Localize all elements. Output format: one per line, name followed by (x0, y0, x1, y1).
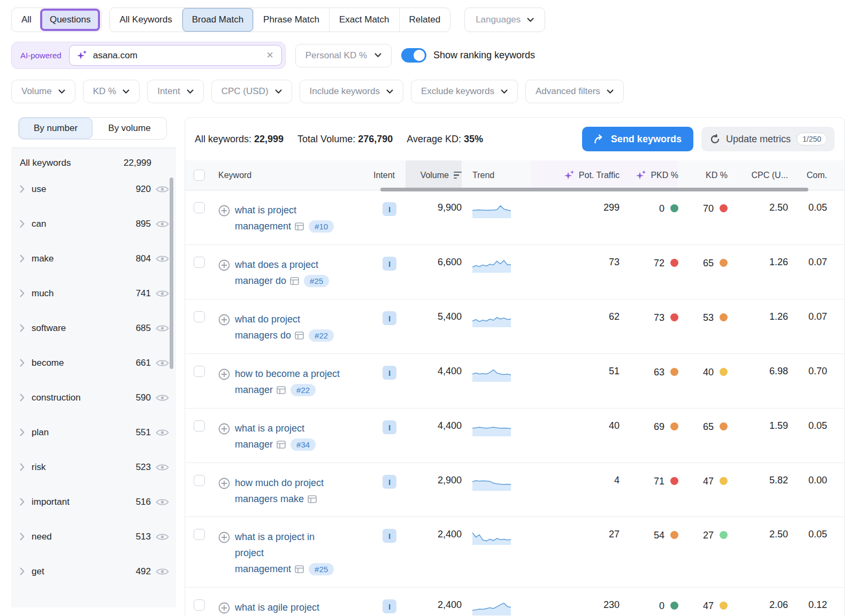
serp-features-icon[interactable] (295, 565, 304, 573)
chevron-right-icon[interactable] (20, 324, 25, 332)
keyword-group-row[interactable]: software 685 (11, 311, 176, 345)
trend-sparkline[interactable] (472, 420, 511, 436)
intent-badge[interactable]: I (383, 475, 396, 489)
col-trend[interactable]: Trend (462, 160, 531, 190)
eye-icon[interactable] (156, 533, 169, 541)
intent-badge[interactable]: I (383, 202, 396, 216)
intent-badge[interactable]: I (383, 420, 396, 434)
personal-kd-dropdown[interactable]: Personal KD % (295, 44, 392, 67)
filter-dropdown[interactable]: KD % (83, 80, 140, 103)
keyword-group-row[interactable]: risk 523 (11, 450, 176, 484)
row-checkbox[interactable] (194, 202, 205, 213)
trend-sparkline[interactable] (472, 311, 511, 327)
position-badge[interactable]: #22 (291, 384, 316, 396)
serp-features-icon[interactable] (277, 386, 286, 394)
chevron-right-icon[interactable] (20, 220, 25, 228)
send-keywords-button[interactable]: Send keywords (582, 127, 693, 151)
filter-dropdown[interactable]: CPC (USD) (211, 80, 292, 103)
position-badge[interactable]: #22 (309, 329, 334, 342)
tab-match-type[interactable]: All Keywords (110, 8, 181, 32)
col-com[interactable]: Com. (788, 160, 827, 190)
languages-dropdown[interactable]: Languages (464, 7, 545, 32)
chevron-right-icon[interactable] (20, 394, 25, 402)
update-metrics-button[interactable]: Update metrics 1/250 (701, 127, 835, 151)
eye-icon[interactable] (156, 324, 169, 333)
keyword-group-row[interactable]: construction 590 (11, 380, 176, 415)
keyword-link[interactable]: how to become a project manager#22 (235, 366, 342, 398)
horizontal-scrollbar[interactable] (380, 188, 808, 191)
position-badge[interactable]: #25 (309, 563, 334, 575)
keyword-link[interactable]: what is a project manager#34 (235, 420, 342, 453)
all-keywords-row[interactable]: All keywords 22,999 (11, 148, 176, 172)
eye-icon[interactable] (156, 255, 169, 263)
position-badge[interactable]: #10 (309, 220, 334, 233)
add-keyword-icon[interactable] (218, 602, 230, 614)
keyword-link[interactable]: what is agile project management#3 (235, 599, 342, 616)
intent-badge[interactable]: I (383, 529, 396, 543)
eye-icon[interactable] (156, 498, 169, 506)
eye-icon[interactable] (156, 463, 169, 472)
eye-icon[interactable] (156, 567, 169, 576)
chevron-right-icon[interactable] (20, 463, 25, 471)
chevron-right-icon[interactable] (20, 289, 25, 297)
clear-search-icon[interactable]: ✕ (266, 50, 273, 61)
add-keyword-icon[interactable] (218, 478, 230, 489)
filter-dropdown[interactable]: Include keywords (300, 80, 403, 103)
chevron-right-icon[interactable] (20, 428, 25, 436)
serp-features-icon[interactable] (277, 441, 286, 449)
col-pkd[interactable]: PKD % (620, 160, 678, 190)
tab-match-type[interactable]: Broad Match (182, 8, 253, 32)
position-badge[interactable]: #25 (304, 275, 329, 287)
row-checkbox[interactable] (194, 257, 205, 268)
serp-features-icon[interactable] (290, 277, 299, 285)
keyword-group-row[interactable]: make 804 (11, 241, 176, 276)
eye-icon[interactable] (156, 428, 169, 437)
keyword-group-row[interactable]: can 895 (11, 206, 176, 241)
trend-sparkline[interactable] (472, 257, 511, 273)
col-volume[interactable]: Volume (406, 160, 462, 190)
filter-dropdown[interactable]: Advanced filters (525, 80, 624, 103)
keyword-group-row[interactable]: get 492 (11, 554, 176, 589)
row-checkbox[interactable] (194, 420, 205, 432)
trend-sparkline[interactable] (472, 202, 511, 218)
chevron-right-icon[interactable] (20, 498, 25, 506)
chevron-right-icon[interactable] (20, 185, 25, 193)
serp-features-icon[interactable] (308, 495, 317, 503)
chevron-right-icon[interactable] (20, 255, 25, 263)
eye-icon[interactable] (156, 289, 169, 298)
sort-by-volume-tab[interactable]: By volume (93, 118, 166, 139)
add-keyword-icon[interactable] (218, 259, 230, 271)
add-keyword-icon[interactable] (218, 423, 230, 435)
show-ranking-keywords-toggle[interactable] (401, 48, 426, 63)
keyword-link[interactable]: what do project managers do#22 (235, 311, 342, 344)
chevron-right-icon[interactable] (20, 359, 25, 367)
intent-badge[interactable]: I (383, 599, 396, 613)
select-all-checkbox[interactable] (194, 170, 205, 181)
add-keyword-icon[interactable] (218, 205, 230, 217)
col-keyword[interactable]: Keyword (218, 160, 373, 190)
keyword-group-row[interactable]: much 741 (11, 276, 176, 311)
position-badge[interactable]: #34 (291, 438, 316, 451)
col-kd[interactable]: KD % (678, 160, 728, 190)
sidebar-scrollbar[interactable] (170, 178, 173, 369)
row-checkbox[interactable] (194, 366, 205, 377)
keyword-group-row[interactable]: need 513 (11, 519, 176, 554)
serp-features-icon[interactable] (295, 332, 304, 340)
intent-badge[interactable]: I (383, 311, 396, 325)
trend-sparkline[interactable] (472, 366, 511, 382)
col-pot-traffic[interactable]: Pot. Traffic (531, 160, 620, 190)
serp-features-icon[interactable] (295, 222, 304, 230)
trend-sparkline[interactable] (472, 529, 511, 545)
filter-dropdown[interactable]: Exclude keywords (411, 80, 518, 103)
row-checkbox[interactable] (194, 475, 205, 486)
tab-match-type[interactable]: Exact Match (329, 8, 399, 32)
tab-match-type[interactable]: Related (399, 8, 450, 32)
col-cpc[interactable]: CPC (U... (728, 160, 788, 190)
keyword-group-row[interactable]: become 661 (11, 345, 176, 380)
chevron-right-icon[interactable] (20, 533, 25, 541)
eye-icon[interactable] (156, 359, 169, 367)
trend-sparkline[interactable] (472, 599, 511, 615)
tab-questions[interactable]: Questions (40, 9, 101, 31)
chevron-right-icon[interactable] (20, 567, 25, 575)
filter-dropdown[interactable]: Volume (11, 80, 75, 103)
